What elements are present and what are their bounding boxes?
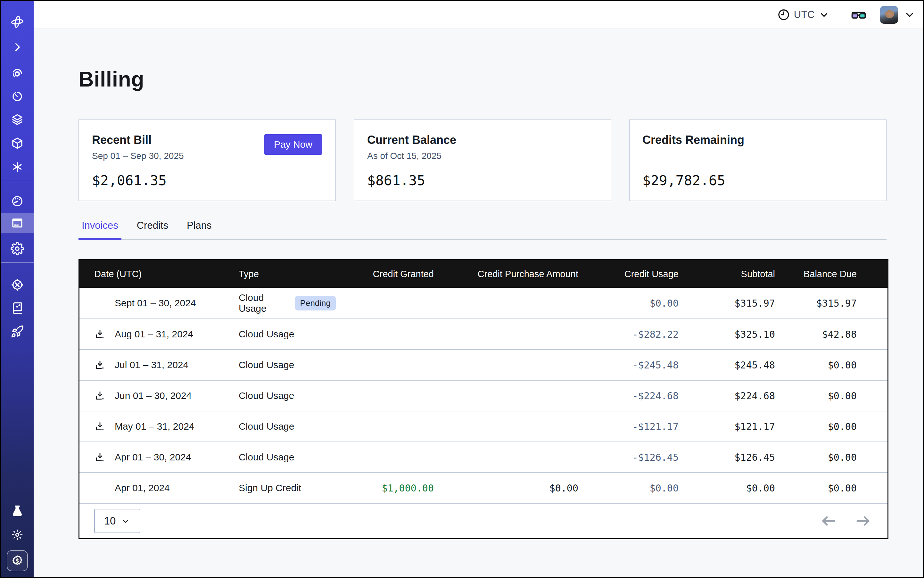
sidebar-divider bbox=[1, 181, 34, 181]
sidebar-divider bbox=[1, 262, 34, 263]
cell-subtotal: $0.00 bbox=[679, 482, 775, 494]
table-row: Apr 01, 2024Sign Up Credit$1,000.00$0.00… bbox=[80, 472, 887, 503]
chevron-right-icon bbox=[11, 41, 24, 54]
page-title: Billing bbox=[78, 67, 144, 91]
invoice-type: Cloud Usage bbox=[239, 452, 294, 463]
sidebar-item-dashboard[interactable] bbox=[1, 191, 34, 211]
sidebar-item-layers[interactable] bbox=[1, 110, 34, 130]
cell-type: Sign Up Credit bbox=[239, 482, 336, 494]
column-header-type: Type bbox=[239, 269, 336, 279]
previous-page-arrow-icon[interactable] bbox=[821, 516, 836, 526]
sidebar-item-cube[interactable] bbox=[1, 133, 34, 153]
dollar-badge-icon: $ bbox=[11, 554, 24, 567]
table-row: Jun 01 – 30, 2024Cloud Usage-$224.68$224… bbox=[80, 380, 887, 411]
cell-subtotal: $224.68 bbox=[679, 390, 775, 401]
download-icon bbox=[94, 329, 106, 339]
column-header-balance-due: Balance Due bbox=[775, 269, 857, 279]
card-title: Current Balance bbox=[367, 133, 598, 147]
summary-cards: Recent Bill Sep 01 – Sep 30, 2025 $2,061… bbox=[78, 120, 887, 201]
cell-date: Jul 01 – 31, 2024 bbox=[94, 359, 239, 371]
gauge-icon bbox=[11, 195, 24, 208]
compass-logo-icon bbox=[11, 15, 24, 29]
theme-toggle[interactable] bbox=[1, 525, 34, 545]
cell-type: Cloud Usage bbox=[239, 329, 336, 339]
download-icon bbox=[94, 359, 106, 370]
table-header-row: Date (UTC) Type Credit Granted Credit Pu… bbox=[80, 260, 887, 288]
chevron-down-icon bbox=[121, 516, 130, 526]
download-invoice-button[interactable] bbox=[94, 390, 106, 401]
sidebar-item-billing[interactable] bbox=[1, 213, 34, 233]
chevron-down-icon bbox=[904, 9, 915, 21]
account-menu-button[interactable] bbox=[904, 9, 915, 21]
credits-remaining-card: Credits Remaining $29,782.65 bbox=[629, 120, 887, 201]
sidebar-item-launch[interactable] bbox=[1, 321, 34, 341]
card-subtitle: As of Oct 15, 2025 bbox=[367, 149, 598, 162]
table-row: Apr 01 – 30, 2024Cloud Usage-$126.45$126… bbox=[80, 442, 887, 472]
download-invoice-button[interactable] bbox=[94, 451, 106, 463]
timezone-selector[interactable]: UTC bbox=[777, 8, 830, 21]
chevron-down-icon bbox=[818, 9, 830, 20]
sidebar-item-timer[interactable] bbox=[1, 86, 34, 106]
sidebar-item-docs[interactable] bbox=[1, 298, 34, 318]
sidebar: $ bbox=[1, 1, 34, 577]
app-logo[interactable] bbox=[1, 12, 34, 32]
asterisk-icon bbox=[11, 160, 24, 174]
card-title: Credits Remaining bbox=[642, 133, 873, 147]
cell-type: Cloud UsagePending bbox=[239, 292, 336, 314]
sidebar-collapse-button[interactable] bbox=[1, 37, 34, 57]
current-balance-amount: $861.35 bbox=[367, 172, 425, 188]
cell-date: May 01 – 31, 2024 bbox=[94, 421, 239, 432]
page-size-select[interactable]: 10 bbox=[94, 509, 140, 533]
invoice-date: Jul 01 – 31, 2024 bbox=[115, 359, 188, 370]
reader-mode-button[interactable] bbox=[851, 8, 867, 21]
main-content: Billing Recent Bill Sep 01 – Sep 30, 202… bbox=[34, 29, 923, 577]
book-sparkle-icon bbox=[11, 301, 24, 315]
billing-card-icon bbox=[11, 216, 24, 230]
cell-type: Cloud Usage bbox=[239, 421, 336, 432]
page-size-value: 10 bbox=[104, 515, 116, 527]
flask-icon bbox=[11, 504, 24, 518]
wheel-icon bbox=[11, 278, 24, 292]
next-page-arrow-icon[interactable] bbox=[856, 516, 871, 526]
cell-balance-due: $0.00 bbox=[775, 421, 857, 432]
invoice-type: Cloud Usage bbox=[239, 390, 294, 401]
topbar: UTC bbox=[34, 1, 923, 29]
cell-date: Jun 01 – 30, 2024 bbox=[94, 390, 239, 401]
cell-subtotal: $121.17 bbox=[679, 421, 775, 432]
sidebar-item-wheel[interactable] bbox=[1, 275, 34, 295]
invoices-table: Date (UTC) Type Credit Granted Credit Pu… bbox=[78, 259, 888, 539]
tab-plans[interactable]: Plans bbox=[184, 220, 215, 239]
tab-credits[interactable]: Credits bbox=[133, 220, 171, 239]
invoice-date: Jun 01 – 30, 2024 bbox=[115, 390, 192, 401]
sidebar-item-asterisk[interactable] bbox=[1, 157, 34, 177]
download-invoice-button[interactable] bbox=[94, 421, 106, 432]
download-placeholder bbox=[94, 482, 106, 494]
table-row: May 01 – 31, 2024Cloud Usage-$121.17$121… bbox=[80, 411, 887, 442]
table-body: Sept 01 – 30, 2024Cloud UsagePending$0.0… bbox=[80, 288, 887, 503]
cell-credit-usage: $0.00 bbox=[578, 482, 679, 494]
cell-date: Aug 01 – 31, 2024 bbox=[94, 328, 239, 340]
invoice-date: May 01 – 31, 2024 bbox=[115, 421, 195, 432]
tab-invoices[interactable]: Invoices bbox=[78, 220, 122, 239]
cell-type: Cloud Usage bbox=[239, 452, 336, 463]
table-row: Aug 01 – 31, 2024Cloud Usage-$282.22$325… bbox=[80, 318, 887, 349]
sidebar-item-settings[interactable] bbox=[1, 239, 34, 258]
invoice-type: Sign Up Credit bbox=[239, 482, 301, 494]
cell-credit-usage: -$126.45 bbox=[578, 452, 679, 463]
credits-remaining-amount: $29,782.65 bbox=[642, 172, 725, 188]
spiral-icon bbox=[11, 67, 24, 80]
credits-button[interactable]: $ bbox=[7, 550, 28, 571]
download-invoice-button[interactable] bbox=[94, 359, 106, 371]
download-invoice-button[interactable] bbox=[94, 328, 106, 340]
invoice-type: Cloud Usage bbox=[239, 359, 294, 370]
user-avatar[interactable] bbox=[880, 6, 898, 24]
cell-subtotal: $315.97 bbox=[679, 298, 775, 309]
sidebar-item-labs[interactable] bbox=[1, 501, 34, 521]
sidebar-item-traces[interactable] bbox=[1, 63, 34, 83]
cell-credit-usage: -$245.48 bbox=[578, 359, 679, 371]
gear-icon bbox=[11, 242, 24, 255]
column-header-date: Date (UTC) bbox=[94, 269, 239, 279]
cell-credit-usage: -$282.22 bbox=[578, 329, 679, 340]
pay-now-button[interactable]: Pay Now bbox=[264, 134, 322, 155]
cell-subtotal: $126.45 bbox=[679, 452, 775, 463]
